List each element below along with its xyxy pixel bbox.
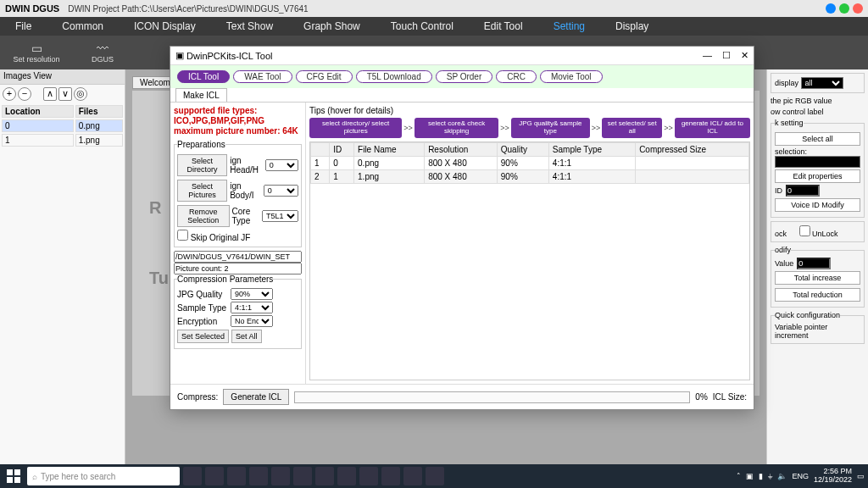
- path-field[interactable]: [174, 251, 302, 263]
- close-icon[interactable]: [853, 3, 863, 14]
- display-select[interactable]: all: [801, 77, 843, 89]
- select-all-button[interactable]: Select all: [775, 132, 860, 146]
- set-resolution-button[interactable]: ▭ Set resolution: [7, 42, 66, 64]
- taskbar-app-icon[interactable]: [293, 467, 312, 485]
- jpg-quality-select[interactable]: 90%: [231, 288, 273, 300]
- body-select[interactable]: 0: [264, 185, 298, 197]
- select-directory-button[interactable]: Select Directory: [177, 154, 227, 176]
- svg-rect-1: [14, 469, 20, 475]
- taskbar-app-icon[interactable]: [249, 467, 268, 485]
- sample-type-select[interactable]: 4:1:1: [231, 302, 273, 313]
- voice-id-modify-button[interactable]: Voice ID Modify: [775, 198, 860, 212]
- taskbar-app-icon[interactable]: [359, 467, 378, 485]
- generate-icl-button[interactable]: Generate ICL: [223, 389, 289, 405]
- set-all-button[interactable]: Set All: [231, 330, 262, 343]
- step-1[interactable]: select directory/ select pictures: [309, 118, 402, 138]
- menu-touch-control[interactable]: Touch Control: [376, 20, 469, 32]
- taskbar-app-icon[interactable]: [381, 467, 400, 485]
- tab-cfg-edit[interactable]: CFG Edit: [296, 70, 353, 83]
- compression-legend: Compression Parameters: [177, 274, 273, 284]
- value-stepper[interactable]: [797, 258, 831, 269]
- move-down-button[interactable]: ∨: [58, 87, 72, 101]
- tray-notifications-icon[interactable]: ▭: [857, 472, 865, 480]
- picture-table: ID File Name Resolution Quality Sample T…: [310, 142, 749, 184]
- dialog-minimize-icon[interactable]: —: [703, 50, 712, 61]
- menu-file[interactable]: File: [0, 20, 47, 32]
- tray-wifi-icon[interactable]: ⏚: [768, 472, 772, 480]
- taskbar-app-icon[interactable]: [205, 467, 224, 485]
- step-3[interactable]: JPG quality& sample type: [511, 118, 590, 138]
- start-button[interactable]: [3, 466, 24, 486]
- remove-selection-button[interactable]: Remove Selection: [177, 205, 230, 227]
- tab-sp-order[interactable]: SP Order: [436, 70, 493, 83]
- set-selected-button[interactable]: Set Selected: [177, 330, 229, 343]
- unlock-checkbox[interactable]: UnLock: [799, 230, 838, 238]
- tab-movie-tool[interactable]: Movie Tool: [540, 70, 603, 83]
- table-row[interactable]: 00.png: [2, 119, 123, 132]
- step-4[interactable]: set selected/ set all: [602, 118, 662, 138]
- progress-bar: [294, 391, 690, 403]
- subtab-make-icl[interactable]: Make ICL: [175, 88, 227, 102]
- menu-text-show[interactable]: Text Show: [211, 20, 288, 32]
- head-label: ign Head/H: [230, 156, 263, 175]
- wave-icon: 〰: [73, 42, 132, 55]
- add-image-button[interactable]: +: [3, 87, 16, 101]
- table-row[interactable]: 211.png800 X 48090%4:1:1: [311, 169, 749, 183]
- main-menubar: File Common ICON Display Text Show Graph…: [0, 17, 868, 36]
- menu-setting[interactable]: Setting: [538, 20, 600, 32]
- lock-label: ock: [775, 230, 787, 238]
- table-row[interactable]: 100.png800 X 48090%4:1:1: [311, 156, 749, 169]
- col-compressed-size: Compressed Size: [636, 142, 749, 156]
- taskbar-app-icon[interactable]: [403, 467, 422, 485]
- skip-original-checkbox[interactable]: Skip Original JF: [177, 230, 250, 242]
- tray-battery-icon[interactable]: ▮: [759, 472, 763, 480]
- table-row[interactable]: 11.png: [2, 134, 123, 147]
- target-button[interactable]: ◎: [74, 87, 87, 101]
- minimize-icon[interactable]: [826, 3, 836, 14]
- tray-chevron-up-icon[interactable]: ˄: [737, 472, 741, 480]
- taskbar-app-icon[interactable]: [227, 467, 246, 485]
- remove-image-button[interactable]: −: [18, 87, 31, 101]
- id-stepper[interactable]: [786, 185, 820, 197]
- total-increase-button[interactable]: Total increase: [775, 271, 860, 285]
- tab-icl-tool[interactable]: ICL Tool: [177, 70, 230, 83]
- taskbar-app-icon[interactable]: [426, 467, 444, 485]
- taskbar-search[interactable]: ⌕ Type here to search: [27, 467, 180, 485]
- taskbar-app-icon[interactable]: [315, 467, 334, 485]
- rgb-label: the pic RGB value: [771, 97, 865, 105]
- tab-wae-tool[interactable]: WAE Tool: [233, 70, 292, 83]
- menu-display[interactable]: Display: [600, 20, 664, 32]
- step-2[interactable]: select core& check skipping: [415, 118, 498, 138]
- tray-volume-icon[interactable]: 🔈: [777, 472, 787, 480]
- menu-icon-display[interactable]: ICON Display: [119, 20, 211, 32]
- edit-properties-button[interactable]: Edit properties: [775, 169, 860, 183]
- tab-crc[interactable]: CRC: [496, 70, 537, 83]
- step-5[interactable]: generate ICL/ add to ICL: [675, 118, 750, 138]
- taskbar-app-icon[interactable]: [337, 467, 356, 485]
- tray-cast-icon[interactable]: ▣: [746, 472, 754, 480]
- total-reduction-button[interactable]: Total reduction: [775, 288, 860, 302]
- menu-edit-tool[interactable]: Edit Tool: [469, 20, 538, 32]
- value-label: Value: [775, 259, 793, 268]
- select-pictures-button[interactable]: Select Pictures: [177, 180, 227, 202]
- taskbar-app-icon[interactable]: [183, 467, 202, 485]
- selection-select[interactable]: [775, 156, 860, 168]
- encryption-select[interactable]: No Encryption: [231, 315, 273, 327]
- chevron-right-icon: >>: [664, 124, 673, 132]
- menu-common[interactable]: Common: [47, 20, 119, 32]
- dialog-close-icon[interactable]: ✕: [741, 50, 748, 61]
- dgus-button[interactable]: 〰 DGUS: [73, 42, 132, 64]
- taskbar-app-icon[interactable]: [271, 467, 290, 485]
- maximize-icon[interactable]: [839, 3, 849, 14]
- chevron-right-icon: >>: [592, 124, 601, 132]
- tab-t5l-download[interactable]: T5L Download: [356, 70, 432, 83]
- core-type-select[interactable]: T5L1: [262, 210, 298, 222]
- col-resolution: Resolution: [425, 142, 498, 156]
- dialog-maximize-icon[interactable]: ☐: [722, 50, 731, 61]
- move-up-button[interactable]: ∧: [43, 87, 57, 101]
- head-select[interactable]: 0: [265, 159, 298, 171]
- col-location: Location: [2, 105, 74, 118]
- menu-graph-show[interactable]: Graph Show: [288, 20, 376, 32]
- search-placeholder: Type here to search: [41, 472, 115, 481]
- tray-language[interactable]: ENG: [792, 472, 809, 480]
